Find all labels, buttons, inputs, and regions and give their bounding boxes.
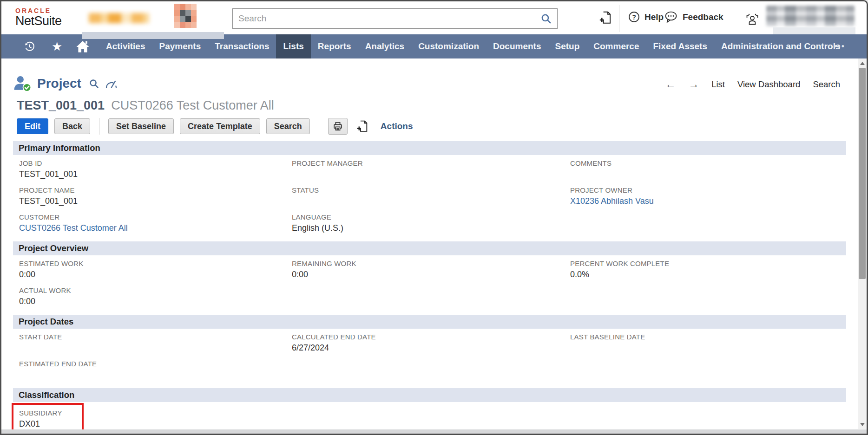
field-last-baseline-date: LAST BASELINE DATE (570, 332, 846, 354)
nav-item-documents[interactable]: Documents (486, 34, 548, 58)
column-3: COMMENTS PROJECT OWNER X10236 Abhilash V… (570, 159, 846, 240)
field-estimated-end-date: ESTIMATED END DATE (19, 359, 292, 381)
top-bar: ORACLE NetSuite (1, 1, 867, 34)
vertical-scrollbar[interactable] (858, 58, 867, 429)
scrollbar-up-arrow[interactable] (858, 59, 867, 67)
set-baseline-button[interactable]: Set Baseline (108, 118, 174, 134)
topbar-divider (619, 5, 619, 32)
quick-add-button[interactable] (599, 11, 612, 26)
field-actual-work: ACTUAL WORK 0:00 (19, 286, 292, 307)
field-value: 0:00 (19, 295, 292, 307)
help-label: Help (644, 12, 664, 22)
create-template-button[interactable]: Create Template (180, 118, 260, 134)
column-1: START DATE ESTIMATED END DATE (19, 332, 292, 386)
nav-item-fixed-assets[interactable]: Fixed Assets (646, 34, 714, 58)
print-button[interactable] (328, 118, 348, 135)
record-search-button[interactable] (89, 78, 99, 89)
field-project-owner: PROJECT OWNER X10236 Abhilash Vasu (570, 186, 846, 207)
nav-item-commerce[interactable]: Commerce (586, 34, 646, 58)
toolbar-divider (99, 118, 99, 135)
field-calculated-end-date: CALCULATED END DATE 6/27/2024 (292, 332, 570, 354)
dashboard-gauge-button[interactable] (105, 78, 118, 89)
oracle-logo-text: ORACLE (15, 7, 62, 14)
next-record-arrow[interactable]: → (688, 79, 699, 90)
customer-link[interactable]: CUST0266 Test Customer All (19, 222, 292, 234)
section-classification: Classification SUBSIDIARY DX01 (13, 388, 846, 430)
section-header-project-dates: Project Dates (13, 315, 846, 329)
record-subtitle: CUST0266 Test Customer All (111, 98, 274, 113)
feedback-button[interactable]: Feedback (664, 11, 723, 23)
section-project-dates: Project Dates START DATE ESTIMATED END D… (13, 315, 846, 388)
record-toolbar: Edit Back Set Baseline Create Template S… (17, 118, 857, 135)
field-estimated-work: ESTIMATED WORK 0:00 (19, 259, 292, 280)
field-label: ESTIMATED END DATE (19, 359, 292, 369)
scrollbar-down-arrow[interactable] (858, 421, 867, 428)
field-label: START DATE (19, 332, 292, 342)
search-button[interactable]: Search (266, 118, 310, 134)
nav-item-analytics[interactable]: Analytics (358, 34, 411, 58)
section-fields: SUBSIDIARY DX01 (13, 402, 846, 430)
nav-item-lists[interactable]: Lists (276, 34, 310, 58)
printer-icon (333, 121, 343, 131)
section-fields: ESTIMATED WORK 0:00 ACTUAL WORK 0:00 REM… (13, 255, 846, 315)
field-label: ESTIMATED WORK (19, 259, 292, 268)
global-search-button[interactable] (535, 9, 557, 28)
global-search-input[interactable] (233, 13, 535, 24)
column-1: ESTIMATED WORK 0:00 ACTUAL WORK 0:00 (19, 259, 292, 313)
field-value: TEST_001_001 (19, 168, 292, 180)
link-list[interactable]: List (711, 79, 725, 90)
field-value (570, 168, 846, 180)
section-primary-information: Primary Information JOB ID TEST_001_001 … (13, 141, 846, 241)
field-job-id: JOB ID TEST_001_001 (19, 159, 292, 180)
add-to-shortcuts-button[interactable] (356, 120, 368, 133)
redacted-avatar (174, 4, 197, 28)
global-search (232, 8, 558, 29)
nav-item-setup[interactable]: Setup (548, 34, 586, 58)
field-label: CALCULATED END DATE (292, 332, 570, 342)
netsuite-logo[interactable]: ORACLE NetSuite (15, 7, 62, 27)
help-button[interactable]: ? Help (628, 11, 664, 23)
field-value (292, 195, 570, 207)
field-label: PROJECT MANAGER (292, 159, 570, 168)
nav-item-administration[interactable]: Administration and Controls (714, 34, 848, 58)
edit-button[interactable]: Edit (17, 118, 48, 134)
actions-menu[interactable]: Actions (381, 121, 413, 131)
star-icon: ★ (52, 40, 62, 52)
project-owner-link[interactable]: X10236 Abhilash Vasu (570, 195, 846, 207)
field-value: TEST_001_001 (19, 195, 292, 207)
section-fields: JOB ID TEST_001_001 PROJECT NAME TEST_00… (13, 155, 846, 241)
column-2 (292, 406, 570, 430)
column-2: REMAINING WORK 0:00 (292, 259, 570, 313)
recent-records-button[interactable] (24, 34, 35, 58)
section-project-overview: Project Overview ESTIMATED WORK 0:00 ACT… (13, 241, 846, 315)
nav-item-reports[interactable]: Reports (311, 34, 358, 58)
roles-button[interactable] (745, 13, 759, 27)
help-icon: ? (628, 11, 640, 23)
annotation-highlight-box: SUBSIDIARY DX01 (12, 403, 84, 430)
shortcuts-button[interactable]: ★ (52, 34, 62, 58)
triangle-down-icon (860, 423, 865, 426)
field-value (292, 168, 570, 180)
link-search[interactable]: Search (813, 79, 840, 90)
link-view-dashboard[interactable]: View Dashboard (737, 79, 800, 90)
column-1: SUBSIDIARY DX01 (19, 406, 292, 430)
section-fields: START DATE ESTIMATED END DATE CALCULATED… (13, 329, 846, 388)
field-label: PERCENT WORK COMPLETE (570, 259, 846, 268)
field-label: COMMENTS (570, 159, 846, 168)
svg-text:?: ? (632, 13, 636, 21)
field-label: STATUS (292, 186, 570, 195)
toolbar-divider (319, 118, 319, 135)
column-1: JOB ID TEST_001_001 PROJECT NAME TEST_00… (19, 159, 292, 240)
field-subsidiary: SUBSIDIARY DX01 (19, 409, 62, 430)
roles-icon (745, 13, 759, 26)
field-value: 6/27/2024 (292, 342, 570, 354)
previous-record-arrow[interactable]: ← (665, 79, 676, 90)
scrollbar-thumb[interactable] (859, 68, 866, 279)
nav-overflow-button[interactable]: ••• (834, 34, 845, 58)
field-status: STATUS (292, 186, 570, 207)
nav-item-customization[interactable]: Customization (411, 34, 486, 58)
field-value: English (U.S.) (292, 222, 570, 234)
triangle-up-icon (860, 62, 865, 65)
field-label: LAST BASELINE DATE (570, 332, 846, 342)
back-button[interactable]: Back (54, 118, 90, 134)
